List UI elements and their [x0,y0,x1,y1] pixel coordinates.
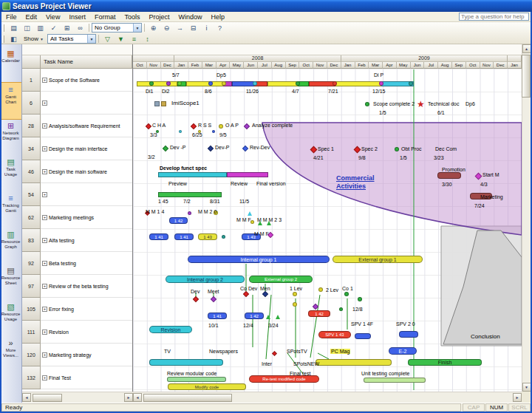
task-name-cell[interactable]: +Design the main software [41,160,132,183]
gantt-milestone-d[interactable] [191,123,197,129]
gantt-bar[interactable] [437,172,461,179]
gantt-milestone-c[interactable] [339,307,343,311]
gantt-bar[interactable] [316,359,392,366]
expand-icon[interactable]: + [42,330,47,335]
gantt-bar[interactable]: SPV 1 43 [318,331,351,338]
task-id-cell[interactable]: 92 [22,252,41,275]
menu-item-tools[interactable]: Tools [120,13,144,21]
table-scroll-thumb[interactable] [33,394,62,402]
table-horizontal-scrollbar[interactable]: ◄ ► [22,392,133,403]
gantt-milestone-c[interactable] [293,302,297,307]
gantt-milestone-d[interactable] [242,146,248,151]
gantt-bar[interactable]: Internal group 1 [188,256,330,263]
scroll-up-icon[interactable]: ▲ [522,44,531,53]
gantt-bar[interactable]: Revision [149,326,192,333]
gantt-milestone-d[interactable] [262,291,268,297]
gantt-milestone-d[interactable] [313,304,318,310]
scroll-right-icon[interactable]: ► [124,393,133,402]
task-name-cell[interactable]: +Review of the beta testing [41,275,132,298]
expand-icon[interactable]: + [42,261,47,266]
copy-picture-icon[interactable]: ⊞ [61,23,73,33]
task-id-cell[interactable]: 34 [22,137,41,160]
gantt-milestone-c[interactable] [222,81,226,86]
menu-item-edit[interactable]: Edit [21,13,42,21]
vertical-scroll-thumb[interactable] [522,55,531,98]
sidebar-item-resource-sheet[interactable]: ▤Resource Sheet [1,264,21,300]
gantt-milestone-d[interactable] [353,146,361,153]
gantt-milestone-tr[interactable] [248,211,252,216]
sidebar-item-calendar[interactable]: ▦Calendar [1,47,21,83]
sidebar-item-gantt-chart[interactable]: ≡Gantt Chart [1,83,21,119]
task-name-cell[interactable]: +Alfa testing [41,229,132,252]
toolbar-grip[interactable] [2,24,4,32]
task-name-cell[interactable]: +Analysis/software Requirement [41,115,132,137]
gantt-bar[interactable]: 1 41 [208,313,227,319]
gantt-bar[interactable] [149,359,223,366]
info-icon[interactable]: i [200,23,213,33]
gantt-milestone-sq[interactable] [161,101,166,106]
open-icon[interactable]: ▤ [7,23,20,33]
expand-icon[interactable]: + [42,123,47,129]
table-row[interactable]: 105+Error fixing [22,298,132,321]
sidebar-item-resource-graph[interactable]: ▥Resource Graph [1,228,21,264]
gantt-milestone-c[interactable] [219,124,223,129]
gantt-bar[interactable]: E-2 [389,347,417,355]
title-bar[interactable]: Seavus Project Viewer [0,0,532,12]
task-name-cell[interactable]: +Error fixing [41,298,132,321]
task-name-column-header[interactable]: Task Name [41,55,132,69]
gantt-scroll-thumb[interactable] [143,394,232,402]
group-by-icon[interactable]: ≡ [128,34,140,44]
gantt-milestone-d[interactable] [244,123,250,129]
id-column-header[interactable] [22,55,41,69]
gantt-milestone-tr[interactable] [266,315,270,319]
gantt-milestone-c[interactable] [212,130,215,133]
menu-item-format[interactable]: Format [90,13,120,21]
gantt-milestone-c[interactable] [332,81,337,86]
zoom-out-icon[interactable]: ⊖ [160,23,173,33]
gantt-milestone-c[interactable] [188,211,191,215]
help-icon[interactable]: ? [214,23,226,33]
menu-item-insert[interactable]: Insert [64,13,90,21]
task-name-cell[interactable]: + [41,183,132,206]
gantt-milestone-c[interactable] [365,102,369,106]
summary-bar-segment[interactable] [335,81,381,86]
task-id-cell[interactable]: 120 [22,344,41,366]
gantt-bar[interactable]: 1 41 [149,233,168,240]
task-name-cell[interactable]: +Design the main interface [41,137,132,160]
print-icon[interactable]: ◫ [21,23,33,33]
table-row[interactable]: 83+Alfa testing [22,229,132,252]
gantt-milestone-c[interactable] [358,297,362,301]
hyperlink-icon[interactable]: ∞ [74,23,86,33]
menu-item-view[interactable]: View [41,13,64,21]
table-row[interactable]: 28+Analysis/software Requirement [22,115,132,137]
gantt-milestone-d[interactable] [474,172,482,180]
expand-icon[interactable]: + [42,169,47,174]
gantt-horizontal-scrollbar[interactable]: ◄ ► [133,392,522,403]
gantt-milestone-c[interactable] [149,81,154,86]
table-row[interactable]: 6+ [22,92,132,115]
task-id-cell[interactable]: 6 [22,92,41,115]
gantt-bar[interactable]: 1 42 [245,313,264,319]
spelling-icon[interactable]: ✓ [47,23,60,33]
gantt-milestone-c[interactable] [379,81,383,86]
expand-icon[interactable]: + [42,307,47,312]
gantt-milestone-c[interactable] [318,287,323,292]
summary-bar-segment[interactable] [186,81,223,86]
gantt-bar[interactable] [227,172,268,177]
summary-bar-segment[interactable] [309,81,335,86]
task-id-cell[interactable]: 132 [22,366,41,389]
menu-item-file[interactable]: File [1,13,21,21]
table-row[interactable]: 46+Design the main software [22,160,132,183]
gantt-bar[interactable]: External group 2 [249,276,313,283]
expand-icon[interactable]: + [42,238,47,243]
task-name-cell[interactable]: +Beta testing [41,252,132,275]
gantt-milestone-c[interactable] [179,130,182,133]
expand-icon[interactable]: + [42,352,47,358]
gantt-milestone-d[interactable] [208,146,214,151]
gantt-milestone-c[interactable] [253,81,257,86]
task-name-cell[interactable]: +Scope of the Software [41,69,132,92]
gantt-bar[interactable] [158,172,227,177]
task-name-cell[interactable]: + [41,92,132,115]
gantt-milestone-c[interactable] [208,81,213,86]
gantt-bar[interactable]: Re-test modified code [249,375,319,383]
